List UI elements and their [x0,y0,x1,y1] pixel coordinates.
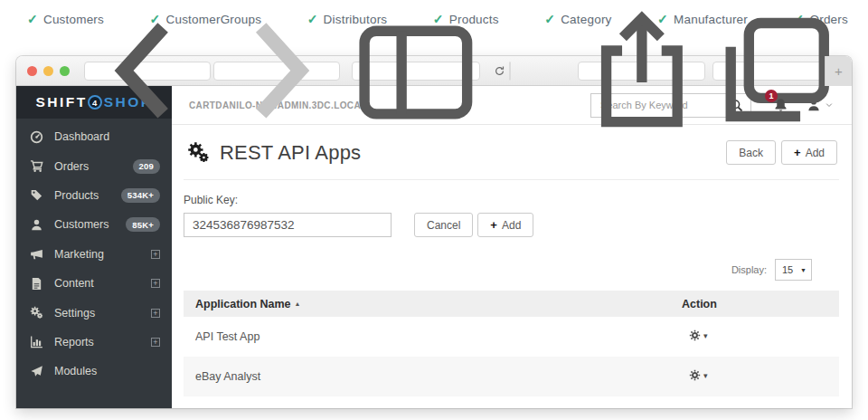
table-header: Application Name ▲ Action [184,291,839,317]
admin-sidebar: SHIFT 4 SHOP DashboardOrders209Products5… [16,86,172,408]
sidebar-item-content[interactable]: Content+ [16,269,172,298]
table-row: API Test App▾ [184,317,839,357]
minimize-button[interactable] [43,66,53,76]
column-application-name[interactable]: Application Name ▲ [184,298,682,310]
forward-button[interactable] [213,62,340,81]
logo-part1: SHIFT [35,94,87,110]
sidebar-item-label: Modules [54,365,97,377]
sidebar-panel-icon [353,7,479,134]
page-title: REST API Apps [220,141,361,165]
plus-icon: + [794,146,801,159]
app-name-cell: eBay Analyst [184,370,682,383]
expand-icon[interactable]: + [151,338,160,347]
tabs-overview-button[interactable] [712,62,841,81]
column-action: Action [682,298,839,310]
display-count-select[interactable]: 15 ▼ [775,259,812,281]
window-controls [27,66,70,76]
browser-toolbar: + [16,56,852,86]
browser-window: + SHIFT 4 SHOP DashboardOrders209Product… [16,56,852,408]
sidebar-item-label: Marketing [54,248,104,261]
check-icon: ✓ [27,12,38,26]
sidebar-item-products[interactable]: Products534K+ [16,181,172,210]
close-button[interactable] [27,66,37,76]
check-icon: ✓ [544,12,555,26]
table-row: eBay Analyst▾ [184,357,839,396]
document-icon [30,277,43,291]
sidebar-toggle-button[interactable] [352,62,480,81]
zoom-button[interactable] [60,66,70,76]
sidebar-item-label: Settings [54,307,95,320]
public-key-label: Public Key: [184,194,839,206]
display-label: Display: [731,264,767,275]
count-badge: 534K+ [121,188,160,203]
notifications-button[interactable]: 1 [773,97,788,113]
sidebar-item-label: Orders [54,160,89,173]
caret-down-icon: ▼ [800,267,807,273]
tags-icon [30,188,43,202]
refresh-icon[interactable] [494,65,505,77]
add-key-button[interactable]: +Add [477,213,533,237]
expand-icon[interactable]: + [151,309,160,318]
public-key-form: Public Key: Cancel +Add [184,194,839,237]
action-cell: ▾ [682,369,839,384]
sidebar-item-customers[interactable]: Customers85K+ [16,210,172,239]
display-count-row: Display: 15 ▼ [184,259,812,281]
back-button[interactable] [84,62,211,81]
sidebar-menu: DashboardOrders209Products534K+Customers… [16,119,172,408]
count-badge: 209 [133,159,160,174]
app-name-cell: API Test App [184,330,682,343]
rocket-icon [30,365,43,378]
expand-icon[interactable]: + [151,250,160,259]
sidebar-item-settings[interactable]: Settings+ [16,298,172,327]
gears-icon [30,306,43,320]
sidebar-item-label: Products [54,189,99,202]
gears-icon [186,141,211,164]
cancel-button[interactable]: Cancel [414,213,473,237]
cart-icon [30,159,43,173]
expand-icon[interactable]: + [151,279,160,288]
gear-icon [689,329,701,341]
bar-chart-icon [30,335,43,348]
gear-icon [689,369,701,381]
sidebar-item-orders[interactable]: Orders209 [16,151,172,180]
address-bar[interactable] [509,62,511,81]
sidebar-item-reports[interactable]: Reports+ [16,328,172,357]
caret-down-icon: ▾ [703,331,708,340]
notification-badge: 1 [765,90,778,102]
share-icon [579,7,705,134]
chevron-right-icon [214,8,339,133]
dashboard-icon [30,130,43,144]
user-icon [30,218,43,232]
sidebar-item-modules[interactable]: Modules [16,357,172,386]
megaphone-icon [30,247,43,261]
public-key-input[interactable] [184,213,392,237]
row-action-gear-button[interactable]: ▾ [689,329,708,341]
new-tab-button[interactable]: + [825,56,852,86]
table-body: API Test App▾eBay Analyst▾ [184,317,839,396]
sidebar-item-label: Customers [54,218,108,231]
row-action-gear-button[interactable]: ▾ [689,369,708,381]
sort-asc-icon: ▲ [295,301,301,307]
sidebar-item-marketing[interactable]: Marketing+ [16,240,172,269]
sidebar-item-label: Reports [54,336,94,348]
add-app-button[interactable]: +Add [781,140,837,165]
back-page-button[interactable]: Back [726,140,776,165]
action-cell: ▾ [682,329,839,344]
tabs-icon [713,7,840,134]
sidebar-item-label: Content [54,277,94,290]
plus-icon: + [490,218,497,232]
count-badge: 85K+ [126,217,160,232]
caret-down-icon: ▾ [703,371,708,380]
api-apps-table: Application Name ▲ Action API Test App▾e… [184,291,839,396]
share-button[interactable] [578,62,706,81]
chevron-left-icon [85,8,210,133]
